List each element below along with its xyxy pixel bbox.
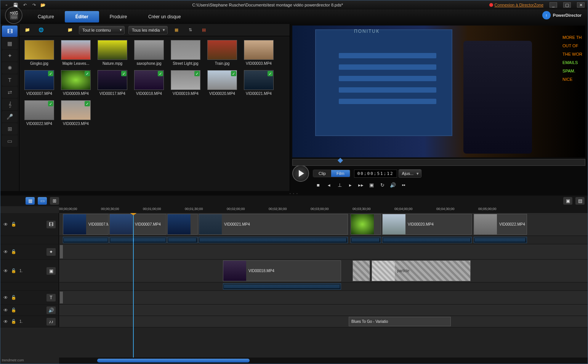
timeline-view-icon[interactable]: ▦ — [26, 197, 35, 205]
media-thumb[interactable]: VID00003.MP4 — [243, 40, 275, 66]
view-icon[interactable]: ▦ — [171, 26, 181, 34]
panel-resizer[interactable]: • • • — [0, 191, 588, 196]
redo-icon[interactable]: ↷ — [31, 2, 37, 8]
media-thumb[interactable]: VID00009.MP4 — [60, 70, 92, 96]
media-thumb[interactable]: VID00017.MP4 — [96, 70, 128, 96]
audio-wave[interactable] — [109, 237, 167, 243]
timeline-clip[interactable]: VID00007.MP4 — [63, 214, 109, 235]
timeline-particle[interactable]: particle — [372, 260, 471, 281]
effect-room-button[interactable]: ▦ — [2, 38, 18, 49]
media-thumb[interactable]: VID00018.MP4 — [133, 70, 165, 96]
pip-room-button[interactable]: ✦ — [2, 50, 18, 61]
music-clip[interactable]: Blues To Go - Variatio — [349, 317, 451, 326]
audio-wave[interactable] — [351, 237, 381, 243]
timecode[interactable]: 00;00;51;12 — [354, 170, 397, 178]
title-clip[interactable] — [60, 292, 63, 303]
next-frame-icon[interactable]: ▸ — [346, 181, 355, 189]
stop-icon[interactable]: ■ — [314, 181, 323, 189]
mode-film[interactable]: Film — [331, 170, 350, 177]
tab-produce[interactable]: Produire — [99, 11, 138, 22]
transition-room-button[interactable]: ⇄ — [2, 87, 18, 98]
media-room-button[interactable]: 🎞 — [2, 26, 18, 37]
effect-clip[interactable] — [60, 245, 63, 258]
lock-icon[interactable]: 🔓 — [11, 319, 16, 324]
media-thumb[interactable]: saxophone.jpg — [133, 40, 165, 66]
chapter-room-button[interactable]: ⊞ — [2, 123, 18, 135]
volume-icon[interactable]: 🔊 — [388, 181, 397, 189]
fast-forward-icon[interactable]: ▸▸ — [356, 181, 365, 189]
timeline-clip[interactable] — [351, 214, 381, 235]
audio-room-button[interactable]: 𝄞 — [2, 99, 18, 110]
sort-icon[interactable]: ⇅ — [185, 26, 195, 34]
eye-icon[interactable]: 👁 — [3, 308, 8, 313]
media-thumb[interactable]: VID00022.MP4 — [23, 100, 55, 126]
detect-icon[interactable]: ▤ — [199, 26, 209, 34]
tab-edit[interactable]: Éditer — [65, 11, 99, 22]
timeline-clip[interactable]: VID00007.MP4 — [109, 214, 167, 235]
mode-clip[interactable]: Clip — [313, 170, 331, 177]
timeline-clip[interactable]: VID00018.MP4 — [223, 260, 341, 281]
storyboard-view-icon[interactable]: ▭ — [38, 197, 47, 205]
loop-icon[interactable]: ↻ — [378, 181, 387, 189]
audio-wave[interactable] — [223, 283, 341, 290]
close-button[interactable]: ✕ — [577, 2, 585, 8]
title-room-button[interactable]: T — [2, 74, 18, 86]
audio-wave[interactable] — [199, 237, 348, 243]
track-manager-icon[interactable]: ⊞ — [50, 197, 59, 205]
eye-icon[interactable]: 👁 — [3, 222, 8, 227]
timeline-scrollbar[interactable] — [59, 358, 588, 364]
step-icon[interactable]: ⊥ — [335, 181, 344, 189]
preview-scrubber[interactable] — [292, 159, 585, 166]
media-thumb[interactable]: VID00007.MP4 — [23, 70, 55, 96]
eye-icon[interactable]: 👁 — [3, 319, 8, 324]
media-thumb[interactable]: Street Light.jpg — [170, 40, 202, 66]
audio-wave[interactable] — [382, 237, 472, 243]
particle-room-button[interactable]: ✺ — [2, 62, 18, 74]
lock-icon[interactable]: 🔓 — [11, 308, 16, 313]
voice-room-button[interactable]: 🎤 — [2, 111, 18, 122]
media-filter-dropdown[interactable]: Tous les média — [128, 26, 168, 34]
maximize-button[interactable]: ▢ — [563, 2, 571, 8]
tab-disc[interactable]: Créer un disque — [138, 11, 191, 22]
zoom-fit-dropdown[interactable]: Ajus... — [399, 169, 422, 178]
audio-wave[interactable] — [63, 237, 109, 243]
eye-icon[interactable]: 👁 — [3, 268, 8, 274]
folder-icon[interactable]: 📁 — [65, 26, 75, 34]
timeline-effect[interactable] — [352, 260, 370, 281]
timeline-clip[interactable] — [167, 214, 198, 235]
minimize-button[interactable]: _ — [550, 2, 557, 8]
open-icon[interactable]: 📂 — [40, 2, 46, 8]
media-thumb[interactable]: VID00020.MP4 — [206, 70, 238, 96]
subtitle-room-button[interactable]: ▭ — [2, 135, 18, 147]
content-filter-dropdown[interactable]: Tout le contenu — [79, 26, 125, 34]
play-button[interactable] — [292, 165, 309, 182]
lock-icon[interactable]: 🔓 — [11, 249, 16, 254]
media-thumb[interactable]: VID00019.MP4 — [170, 70, 202, 96]
download-icon[interactable]: 🌐 — [36, 26, 46, 34]
media-thumb[interactable]: VID00023.MP4 — [60, 100, 92, 126]
timeline-clip[interactable]: VID00021.MP4 — [199, 214, 348, 235]
directorzone-link[interactable]: Connexion à DirectorZone — [489, 3, 543, 7]
media-thumb[interactable]: Gingko.jpg — [23, 40, 55, 66]
lock-icon[interactable]: 🔓 — [11, 268, 16, 273]
timeline-clip[interactable]: VID00020.MP4 — [382, 214, 472, 235]
prev-frame-icon[interactable]: ◂ — [324, 181, 333, 189]
snapshot-icon[interactable]: ▣ — [367, 181, 376, 189]
lock-icon[interactable]: 🔓 — [11, 295, 16, 300]
playhead[interactable] — [133, 213, 134, 358]
settings-icon[interactable]: ▤ — [575, 197, 585, 205]
media-thumb[interactable]: Nature.mpg — [96, 40, 128, 66]
media-thumb[interactable]: Train.jpg — [206, 40, 238, 66]
import-folder-icon[interactable]: 📁 — [22, 26, 32, 34]
timeline-clip[interactable]: VID00022.MP4 — [474, 214, 527, 235]
preview-video[interactable]: ПONITUК MORE TH OUT OF THE WOR EMAILS SP… — [292, 26, 585, 157]
movie-view-icon[interactable]: ▣ — [563, 197, 572, 205]
lock-icon[interactable]: 🔓 — [11, 222, 16, 227]
media-thumb[interactable]: Maple Leaves... — [60, 40, 92, 66]
undo-icon[interactable]: ↶ — [22, 2, 28, 8]
new-icon[interactable]: ▫ — [3, 2, 10, 8]
timeline-ruler[interactable]: 00;00;00;0000;00;30;0000;01;00;0000;01;3… — [59, 206, 588, 213]
media-thumb[interactable]: VID00021.MP4 — [243, 70, 275, 96]
quality-icon[interactable]: ▪▪ — [399, 181, 408, 189]
eye-icon[interactable]: 👁 — [3, 295, 8, 300]
